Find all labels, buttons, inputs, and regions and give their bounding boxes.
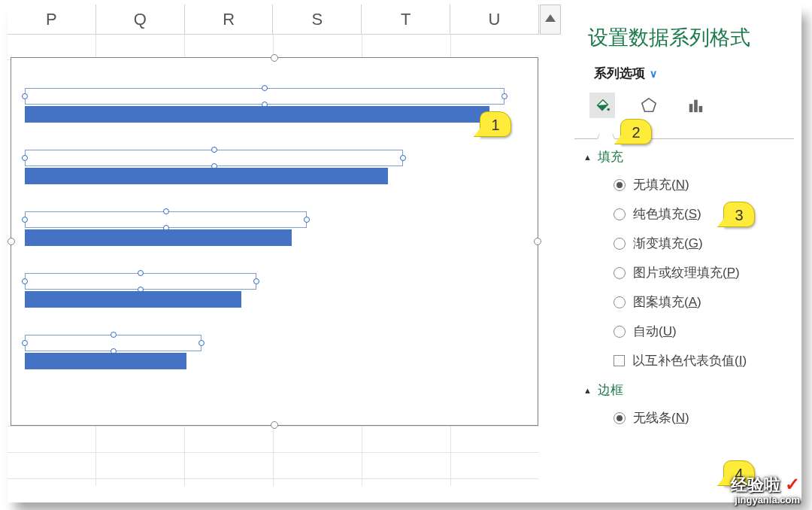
radio-icon (614, 208, 626, 220)
effects-tab[interactable] (636, 93, 662, 118)
chevron-down-icon: ∨ (650, 68, 657, 80)
callout-2: 2 (620, 119, 652, 144)
border-section-header[interactable]: ▲ 边框 (583, 381, 788, 399)
series2-bar[interactable] (25, 291, 241, 308)
chart-plot-area[interactable] (25, 88, 529, 411)
column-headers: P Q R S T U (8, 5, 539, 35)
svg-marker-2 (642, 99, 656, 111)
radio-icon (614, 326, 626, 338)
col-header[interactable]: S (273, 5, 362, 35)
col-header[interactable]: R (185, 5, 274, 35)
pentagon-icon (641, 97, 657, 114)
watermark: 经验啦 ✓ jingyanla.com (731, 475, 800, 505)
chart-object[interactable] (11, 57, 538, 426)
svg-marker-0 (545, 14, 556, 22)
radio-icon (614, 296, 626, 308)
fill-option-none[interactable]: 无填充(N) (614, 176, 788, 193)
radio-icon (614, 267, 626, 279)
panel-title: 设置数据系列格式 (588, 24, 788, 51)
paint-bucket-icon (594, 97, 611, 114)
fill-option-gradient[interactable]: 渐变填充(G) (614, 235, 788, 252)
col-header[interactable]: T (362, 5, 450, 35)
svg-rect-3 (689, 104, 693, 112)
resize-handle-icon[interactable] (271, 421, 278, 429)
format-pane: 设置数据系列格式 系列选项∨ (561, 5, 800, 501)
fill-line-tab[interactable] (589, 93, 615, 118)
svg-rect-5 (699, 106, 703, 112)
fill-option-picture[interactable]: 图片或纹理填充(P) (614, 264, 788, 281)
resize-handle-icon[interactable] (534, 238, 541, 245)
series2-bar[interactable] (25, 229, 292, 246)
svg-point-1 (607, 108, 610, 111)
resize-handle-icon[interactable] (8, 238, 15, 245)
series2-bar[interactable] (25, 168, 388, 184)
radio-icon (614, 238, 626, 250)
series2-bar[interactable] (25, 106, 489, 123)
scroll-up-button[interactable] (540, 5, 561, 35)
col-header[interactable]: P (8, 5, 96, 35)
radio-icon (614, 412, 626, 424)
col-header[interactable]: U (450, 5, 539, 35)
spreadsheet-area: P Q R S T U (8, 5, 561, 501)
checkbox-icon (614, 355, 625, 366)
series-options-dropdown[interactable]: 系列选项∨ (594, 65, 788, 82)
svg-rect-4 (694, 100, 698, 113)
resize-handle-icon[interactable] (271, 54, 278, 62)
bar-chart-icon (687, 97, 704, 114)
radio-icon (614, 179, 626, 191)
series-options-tab[interactable] (683, 93, 708, 118)
fill-option-pattern[interactable]: 图案填充(A) (614, 293, 788, 311)
fill-option-solid[interactable]: 纯色填充(S) (614, 205, 788, 223)
callout-3: 3 (723, 202, 755, 227)
series2-bar[interactable] (25, 353, 186, 369)
negative-color-checkbox[interactable]: 以互补色代表负值(I) (614, 352, 788, 369)
border-option-none[interactable]: 无线条(N) (614, 409, 788, 427)
fill-option-auto[interactable]: 自动(U) (614, 323, 788, 340)
fill-section-header[interactable]: ▲ 填充 (583, 148, 788, 165)
callout-1: 1 (480, 111, 511, 137)
collapse-triangle-icon: ▲ (583, 386, 592, 395)
collapse-triangle-icon: ▲ (583, 153, 592, 162)
col-header[interactable]: Q (96, 5, 185, 35)
